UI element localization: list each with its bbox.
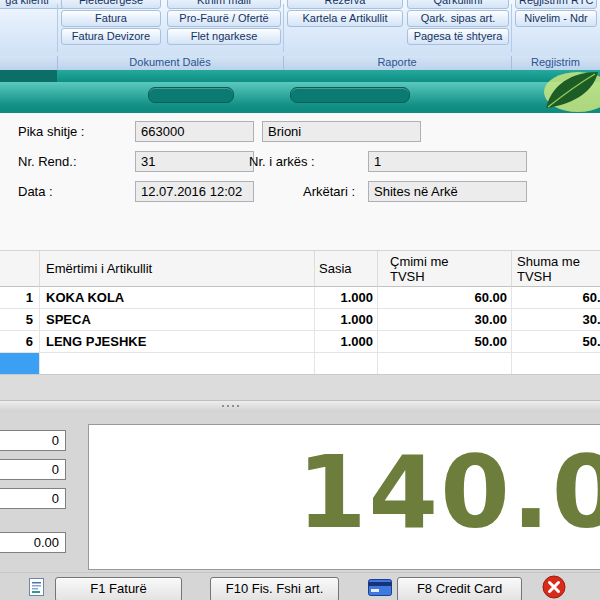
row-name[interactable]: SPECA: [40, 309, 315, 331]
row-name[interactable]: KOKA KOLA: [40, 287, 315, 309]
ribbon-caption-dokument-dales: Dokument Dalës: [57, 56, 284, 70]
col-header-price: Çmimi me TVSH: [378, 251, 512, 287]
total-field-1: 0: [0, 430, 66, 451]
col-header-code: [0, 251, 40, 287]
row-price[interactable]: 30.00: [378, 309, 512, 331]
row-code[interactable]: 1: [0, 287, 40, 309]
ribbon-item-rezerva[interactable]: Rezerva: [287, 0, 403, 9]
nr-arkes-field[interactable]: 1: [368, 151, 527, 172]
row-total[interactable]: 30.00: [512, 309, 600, 331]
grand-total-value: 140.00: [297, 443, 600, 543]
nr-rend-field[interactable]: 31: [135, 151, 254, 172]
ribbon-item-fatura[interactable]: Fatura: [61, 10, 161, 27]
document-header-form: Pika shitje : 663000 Brioni Nr. Rend.: 3…: [0, 113, 600, 250]
ribbon-group-captions: Dokument Dalës Raporte Regjistrim: [0, 56, 600, 71]
new-row-cell[interactable]: [512, 353, 600, 375]
pika-shitje-code-field[interactable]: 663000: [135, 121, 254, 142]
total-field-3: 0: [0, 488, 66, 509]
arketari-label: Arkëtari :: [303, 184, 355, 199]
ribbon-separator: [57, 4, 58, 52]
ribbon-item-kthim-malli[interactable]: Kthim malli: [167, 0, 281, 9]
pika-shitje-label: Pika shitje :: [18, 124, 84, 139]
row-price[interactable]: 50.00: [378, 331, 512, 353]
f1-fature-button[interactable]: F1 Faturë: [55, 577, 182, 600]
ribbon-item-nivelim[interactable]: Nivelim - Ndr: [515, 10, 597, 27]
ribbon-item-fletedergese[interactable]: Fletëdërgesë: [61, 0, 161, 9]
header-pill[interactable]: [148, 87, 234, 103]
ribbon-caption-raporte: Raporte: [283, 56, 512, 70]
items-table: Emërtimi i Artikullit Sasia Çmimi me TVS…: [0, 250, 600, 375]
nr-arkes-label: Nr. i arkës :: [249, 154, 315, 169]
credit-card-icon: [368, 579, 392, 596]
new-row-cell[interactable]: [378, 353, 512, 375]
row-total[interactable]: 50.00: [512, 331, 600, 353]
ribbon-toolbar: ga klienti Fletëdërgesë Fatura Fatura De…: [0, 0, 600, 57]
arketari-field[interactable]: Shites në Arkë: [368, 181, 527, 202]
col-header-total: Shuma me TVSH: [512, 251, 600, 287]
data-label: Data :: [18, 184, 53, 199]
ribbon-separator: [511, 4, 512, 52]
data-field[interactable]: 12.07.2016 12:02: [135, 181, 254, 202]
ribbon-item-flet-ngarkese[interactable]: Flet ngarkese: [167, 28, 281, 45]
f10-fshi-art-button[interactable]: F10 Fis. Fshi art.: [210, 577, 339, 600]
ribbon-item-pro-fature[interactable]: Pro-Faurë / Ofertë: [167, 10, 281, 27]
new-row-selector: [0, 353, 40, 375]
header-pill[interactable]: [290, 87, 410, 103]
col-header-name: Emërtimi i Artikullit: [40, 251, 315, 287]
ribbon-separator: [283, 4, 284, 52]
row-name[interactable]: LENG PJESHKE: [40, 331, 315, 353]
col-header-qty: Sasia: [315, 251, 378, 287]
total-field-4: 0.00: [0, 532, 66, 553]
ribbon-caption-blank: [0, 56, 58, 70]
invoice-icon: [28, 577, 46, 597]
row-price[interactable]: 60.00: [378, 287, 512, 309]
row-qty[interactable]: 1.000: [315, 287, 378, 309]
new-row-cell[interactable]: [315, 353, 378, 375]
ribbon-item-regjistrim[interactable]: Regjistrim RTC: [515, 0, 597, 9]
ribbon-item-qarkullimi[interactable]: Qarkullimi: [407, 0, 509, 9]
teal-header-strip: [0, 70, 600, 82]
ribbon-item-kartela-artikullit[interactable]: Kartela e Artikullit: [287, 10, 403, 27]
row-total[interactable]: 60.00: [512, 287, 600, 309]
total-field-2: 0: [0, 459, 66, 480]
row-qty[interactable]: 1.000: [315, 331, 378, 353]
close-icon[interactable]: [542, 575, 566, 599]
ribbon-item-pagesa-te-shtyera[interactable]: Pagesa të shtyera: [407, 28, 509, 45]
new-row-cell[interactable]: [40, 353, 315, 375]
splitter-dots-icon: [222, 405, 239, 407]
f8-credit-card-button[interactable]: F8 Credit Card: [397, 577, 522, 600]
grand-total-display: 140.00: [88, 424, 600, 570]
nr-rend-label: Nr. Rend.:: [18, 154, 77, 169]
row-qty[interactable]: 1.000: [315, 309, 378, 331]
row-code[interactable]: 5: [0, 309, 40, 331]
bottom-button-bar: F1 Faturë F10 Fis. Fshi art. F8 Credit C…: [0, 572, 600, 600]
leaf-graphic: [532, 68, 600, 113]
panel-gap: [0, 374, 600, 401]
pika-shitje-name-field[interactable]: Brioni: [262, 121, 421, 142]
ribbon-item-fatura-devizore[interactable]: Fatura Devizore: [61, 28, 161, 45]
row-code[interactable]: 6: [0, 331, 40, 353]
pos-window: ga klienti Fletëdërgesë Fatura Fatura De…: [0, 0, 600, 600]
teal-header-left-segment: [0, 70, 57, 82]
ribbon-item-qark-sipas-art[interactable]: Qark. sipas art.: [407, 10, 509, 27]
